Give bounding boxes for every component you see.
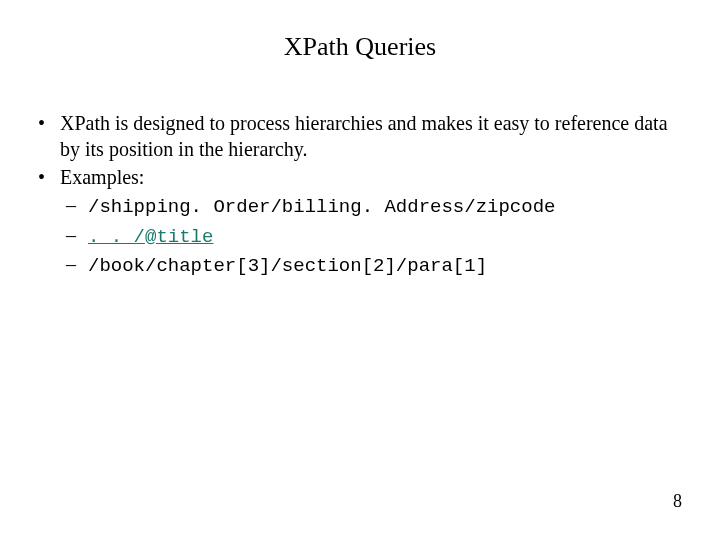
bullet-text-2: Examples: bbox=[60, 166, 144, 188]
example-item-3: /book/chapter[3]/section[2]/para[1] bbox=[60, 251, 690, 279]
page-number: 8 bbox=[673, 491, 682, 512]
example-code-2: . . /@title bbox=[88, 226, 213, 248]
example-item-2: . . /@title bbox=[60, 222, 690, 250]
bullet-list: XPath is designed to process hierarchies… bbox=[32, 110, 690, 279]
example-code-3: /book/chapter[3]/section[2]/para[1] bbox=[88, 255, 487, 277]
examples-list: /shipping. Order/billing. Address/zipcod… bbox=[60, 192, 690, 279]
slide-content: XPath is designed to process hierarchies… bbox=[30, 110, 690, 279]
example-code-1: /shipping. Order/billing. Address/zipcod… bbox=[88, 196, 555, 218]
bullet-item-1: XPath is designed to process hierarchies… bbox=[32, 110, 690, 162]
bullet-text-1: XPath is designed to process hierarchies… bbox=[60, 112, 668, 160]
slide-title: XPath Queries bbox=[30, 32, 690, 62]
example-item-1: /shipping. Order/billing. Address/zipcod… bbox=[60, 192, 690, 220]
bullet-item-2: Examples: /shipping. Order/billing. Addr… bbox=[32, 164, 690, 279]
